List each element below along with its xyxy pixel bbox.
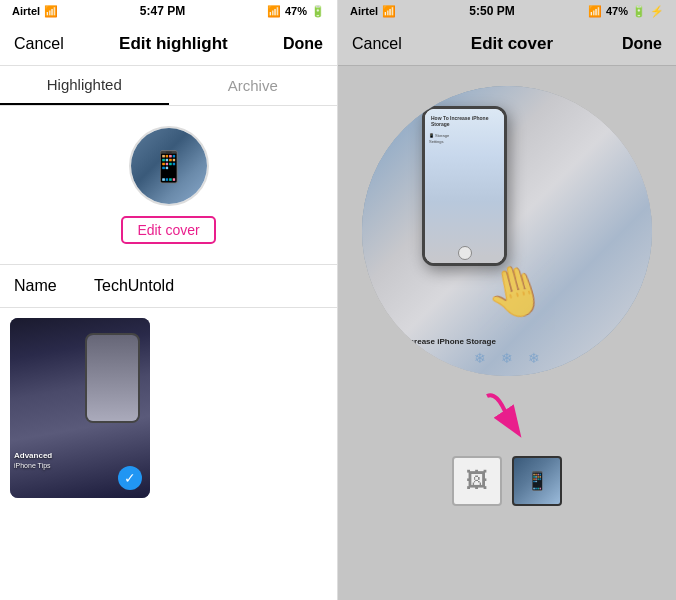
right-lightning-icon: ⚡ (650, 5, 664, 18)
cover-circle: 📱 (129, 126, 209, 206)
story-thumbnail[interactable]: Advanced iPhone Tips ✓ (10, 318, 150, 498)
name-row: Name TechUntold (0, 264, 337, 308)
left-cancel-button[interactable]: Cancel (14, 35, 64, 53)
phone-icon-small: 📱 (150, 149, 187, 184)
selected-thumbnail[interactable]: 📱 (512, 456, 562, 506)
gallery-icon: 🖼 (466, 468, 488, 494)
left-status-time: 5:47 PM (140, 4, 185, 18)
edit-cover-button[interactable]: Edit cover (121, 216, 215, 244)
name-value: TechUntold (94, 277, 174, 295)
right-battery-label: 47% (606, 5, 628, 17)
right-content: do E- 16. Wi How To Increase iPhone Stor… (338, 66, 676, 600)
right-status-time: 5:50 PM (469, 4, 514, 18)
left-done-button[interactable]: Done (283, 35, 323, 53)
left-tabs-bar: Highlighted Archive (0, 66, 337, 106)
cover-preview-image: do E- 16. Wi How To Increase iPhone Stor… (362, 86, 652, 376)
left-status-right: 📶 47% 🔋 (267, 5, 325, 18)
left-carrier: Airtel (12, 5, 40, 17)
story-check-badge: ✓ (118, 466, 142, 490)
screen-text-do: do (634, 96, 647, 110)
right-status-left: Airtel 📶 (350, 5, 396, 18)
right-signal-icon: 📶 (588, 5, 602, 18)
right-battery-icon: 🔋 (632, 5, 646, 18)
pink-arrow-icon (477, 386, 537, 446)
tab-highlighted[interactable]: Highlighted (0, 66, 169, 105)
right-carrier: Airtel (350, 5, 378, 17)
name-label: Name (14, 277, 94, 295)
stories-grid: Advanced iPhone Tips ✓ (0, 308, 337, 600)
left-status-left: Airtel 📶 (12, 5, 58, 18)
right-panel: Airtel 📶 5:50 PM 📶 47% 🔋 ⚡ Cancel Edit c… (338, 0, 676, 600)
thumbnail-row: 🖼 📱 (452, 456, 562, 526)
right-status-right: 📶 47% 🔋 ⚡ (588, 5, 664, 18)
left-battery-icon: 🔋 (311, 5, 325, 18)
left-wifi-icon: 📶 (44, 5, 58, 18)
cover-section: 📱 Edit cover (0, 106, 337, 254)
cover-preview-circle: do E- 16. Wi How To Increase iPhone Stor… (362, 86, 652, 376)
right-nav-bar: Cancel Edit cover Done (338, 22, 676, 66)
screen-text-16: 16. (634, 125, 647, 139)
right-wifi-icon: 📶 (382, 5, 396, 18)
tab-archive[interactable]: Archive (169, 66, 338, 105)
right-status-bar: Airtel 📶 5:50 PM 📶 47% 🔋 ⚡ (338, 0, 676, 22)
left-status-bar: Airtel 📶 5:47 PM 📶 47% 🔋 (0, 0, 337, 22)
right-nav-title: Edit cover (471, 34, 553, 54)
right-cancel-button[interactable]: Cancel (352, 35, 402, 53)
cover-circle-image: 📱 (131, 128, 207, 204)
left-nav-bar: Cancel Edit highlight Done (0, 22, 337, 66)
left-signal-icon: 📶 (267, 5, 281, 18)
screen-text-e: E- (634, 110, 647, 124)
left-nav-title: Edit highlight (119, 34, 228, 54)
arrow-container (338, 376, 676, 456)
screen-text-wi: Wi (634, 139, 647, 153)
left-battery-label: 47% (285, 5, 307, 17)
bottom-banner-text: How To Increase iPhone Storage (372, 337, 496, 346)
right-done-button[interactable]: Done (622, 35, 662, 53)
left-panel: Airtel 📶 5:47 PM 📶 47% 🔋 Cancel Edit hig… (0, 0, 338, 600)
gallery-option[interactable]: 🖼 (452, 456, 502, 506)
